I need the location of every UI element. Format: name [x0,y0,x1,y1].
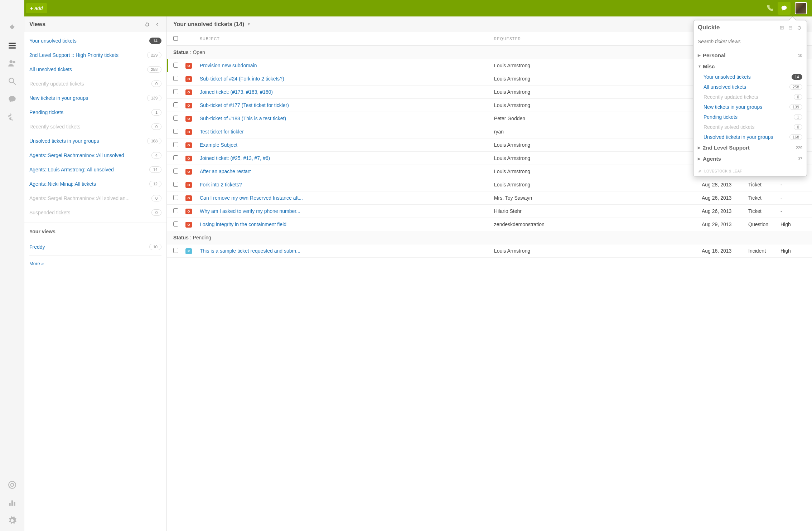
phone-icon-button[interactable] [763,2,776,15]
add-label: add [34,5,43,11]
add-button[interactable]: + add [26,3,47,13]
avatar[interactable] [795,2,807,14]
topbar-right [763,2,807,15]
quickie-toggle-button[interactable] [778,2,791,15]
quickie-icon [780,4,788,12]
nav-rail [0,0,24,16]
phone-icon [766,4,774,12]
plus-icon: + [30,5,33,11]
topbar: + add [0,0,812,16]
